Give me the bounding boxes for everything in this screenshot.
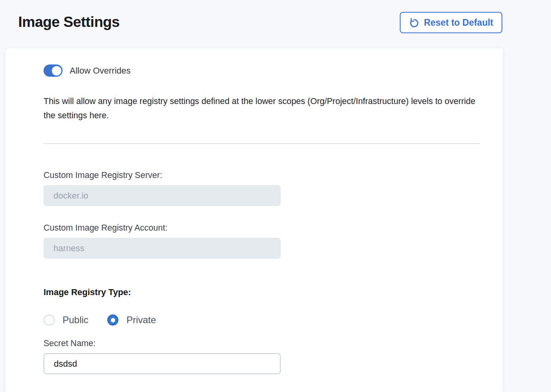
registry-account-input [44, 238, 281, 259]
secret-name-input[interactable] [44, 353, 281, 374]
reset-to-default-button[interactable]: Reset to Default [400, 12, 502, 33]
image-settings-card: Allow Overrides This will allow any imag… [6, 48, 503, 392]
reset-button-label: Reset to Default [424, 17, 493, 28]
overrides-description: This will allow any image registry setti… [44, 94, 484, 123]
radio-option-public[interactable]: Public [44, 314, 88, 326]
allow-overrides-toggle[interactable] [44, 64, 63, 77]
reset-counterclockwise-icon [409, 17, 420, 28]
radio-option-private[interactable]: Private [107, 314, 156, 326]
radio-private-circle-icon[interactable] [107, 314, 118, 326]
radio-private-label: Private [126, 314, 156, 326]
page-header: Image Settings Reset to Default [0, 0, 551, 48]
toggle-knob [52, 66, 61, 76]
registry-server-input [44, 185, 281, 206]
registry-server-label: Custom Image Registry Server: [44, 170, 485, 180]
allow-overrides-row: Allow Overrides [44, 64, 485, 77]
page-title: Image Settings [18, 12, 120, 32]
allow-overrides-label: Allow Overrides [70, 66, 131, 76]
section-divider [44, 143, 480, 144]
radio-public-label: Public [63, 314, 88, 326]
secret-name-label: Secret Name: [44, 338, 485, 348]
radio-public-circle-icon[interactable] [44, 314, 55, 326]
registry-account-label: Custom Image Registry Account: [44, 223, 485, 233]
registry-type-label: Image Registry Type: [44, 287, 485, 297]
registry-type-radio-group: Public Private [44, 314, 485, 326]
